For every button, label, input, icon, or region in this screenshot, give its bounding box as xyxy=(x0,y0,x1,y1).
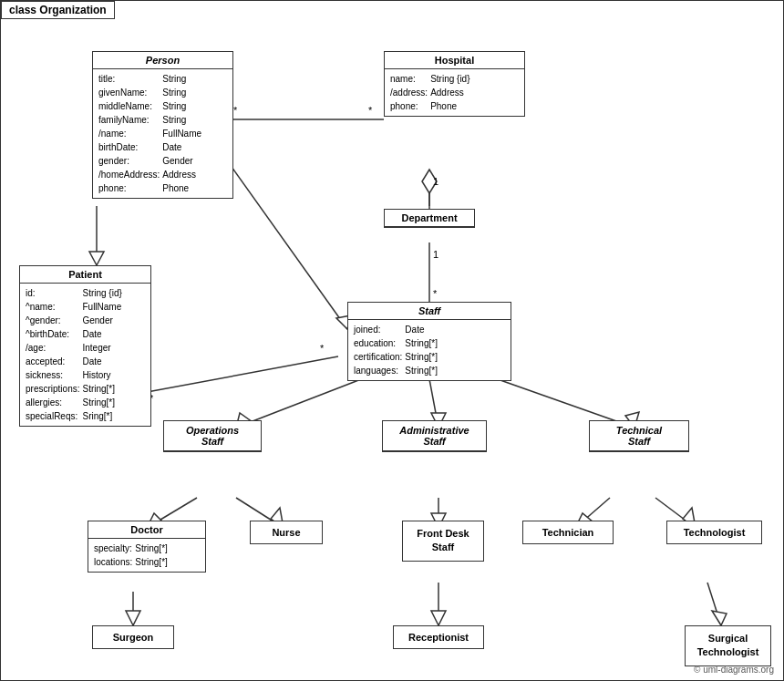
administrative-staff-title: AdministrativeStaff xyxy=(383,421,486,451)
svg-marker-37 xyxy=(431,611,446,625)
department-title: Department xyxy=(385,210,474,227)
administrative-staff-class: AdministrativeStaff xyxy=(382,420,487,452)
patient-class: Patient id:String {id} ^name:FullName ^g… xyxy=(19,265,151,427)
staff-class: Staff joined:Date education:String[*] ce… xyxy=(347,302,511,381)
department-class: Department xyxy=(384,209,475,228)
hospital-title: Hospital xyxy=(385,52,524,69)
person-body: title:String givenName:String middleName… xyxy=(93,69,232,198)
svg-text:*: * xyxy=(233,105,238,116)
svg-marker-12 xyxy=(89,252,104,265)
technician-class: Technician xyxy=(522,521,614,544)
technical-staff-class: TechnicalStaff xyxy=(589,420,689,452)
receptionist-class: Receptionist xyxy=(393,625,484,649)
staff-title: Staff xyxy=(348,303,511,320)
svg-marker-39 xyxy=(712,611,727,625)
doctor-class: Doctor specialty:String[*] locations:Str… xyxy=(88,521,206,573)
svg-marker-4 xyxy=(422,170,437,193)
svg-marker-35 xyxy=(126,611,140,625)
doctor-body: specialty:String[*] locations:String[*] xyxy=(88,539,205,572)
technical-staff-title: TechnicalStaff xyxy=(590,421,688,451)
svg-text:*: * xyxy=(320,343,325,354)
nurse-class: Nurse xyxy=(250,521,323,544)
surgical-technologist-class: SurgicalTechnologist xyxy=(685,625,771,666)
svg-line-13 xyxy=(227,160,347,329)
hospital-body: name:String {id} /address:Address phone:… xyxy=(385,69,524,116)
diagram-container: class Organization * * 1 * 1 * * * xyxy=(0,0,784,681)
surgeon-class: Surgeon xyxy=(92,625,174,649)
copyright-text: © uml-diagrams.org xyxy=(694,665,774,675)
operations-staff-title: OperationsStaff xyxy=(164,421,261,451)
patient-title: Patient xyxy=(20,266,150,284)
svg-text:*: * xyxy=(368,105,373,116)
svg-text:*: * xyxy=(433,288,438,299)
person-title: Person xyxy=(93,52,232,69)
doctor-title: Doctor xyxy=(88,521,205,539)
staff-body: joined:Date education:String[*] certific… xyxy=(348,320,511,380)
patient-body: id:String {id} ^name:FullName ^gender:Ge… xyxy=(20,284,150,426)
technologist-class: Technologist xyxy=(666,521,762,544)
front-desk-staff-class: Front DeskStaff xyxy=(402,521,484,562)
svg-line-38 xyxy=(707,583,721,625)
svg-line-15 xyxy=(142,356,338,393)
person-class: Person title:String givenName:String mid… xyxy=(92,51,233,199)
diagram-title: class Organization xyxy=(1,1,115,19)
svg-text:1: 1 xyxy=(433,176,438,187)
hospital-class: Hospital name:String {id} /address:Addre… xyxy=(384,51,525,117)
operations-staff-class: OperationsStaff xyxy=(163,420,262,452)
svg-text:1: 1 xyxy=(433,249,438,260)
